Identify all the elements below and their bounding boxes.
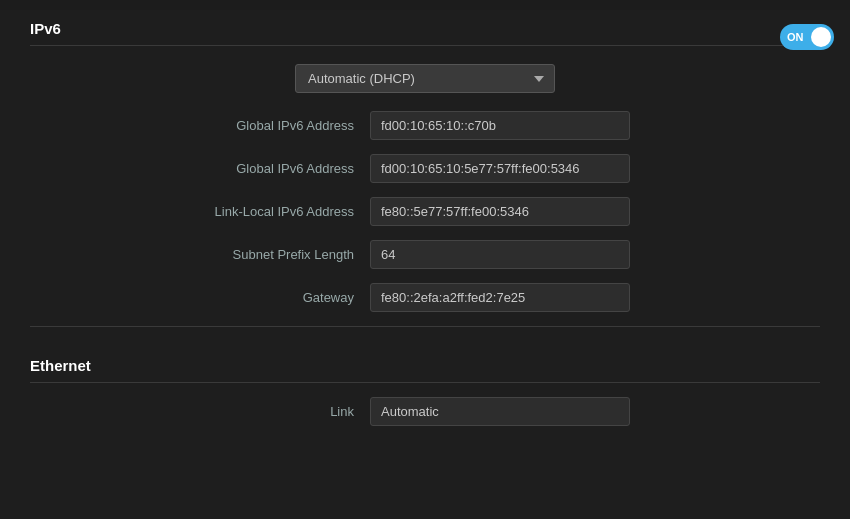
toggle-knob xyxy=(811,27,831,47)
section-divider xyxy=(30,326,820,327)
subnet-prefix-value: 64 xyxy=(370,240,630,269)
global-ipv6-label-1: Global IPv6 Address xyxy=(30,118,370,133)
link-local-ipv6-row: Link-Local IPv6 Address fe80::5e77:57ff:… xyxy=(30,197,820,226)
ipv6-section: IPv6 Automatic (DHCP) Manual Link-Local … xyxy=(0,10,850,312)
global-ipv6-row-2: Global IPv6 Address fd00:10:65:10:5e77:5… xyxy=(30,154,820,183)
gateway-row: Gateway fe80::2efa:a2ff:fed2:7e25 xyxy=(30,283,820,312)
subnet-prefix-row: Subnet Prefix Length 64 xyxy=(30,240,820,269)
ethernet-section-title: Ethernet xyxy=(30,347,820,383)
toggle-label: ON xyxy=(787,31,804,43)
global-ipv6-value-2: fd00:10:65:10:5e77:57ff:fe00:5346 xyxy=(370,154,630,183)
ipv6-toggle[interactable]: ON xyxy=(780,24,834,50)
page-container: ON IPv6 Automatic (DHCP) Manual Link-Loc… xyxy=(0,10,850,519)
gateway-value: fe80::2efa:a2ff:fed2:7e25 xyxy=(370,283,630,312)
link-local-ipv6-value: fe80::5e77:57ff:fe00:5346 xyxy=(370,197,630,226)
method-dropdown-row: Automatic (DHCP) Manual Link-Local Only … xyxy=(30,64,820,93)
link-label: Link xyxy=(30,404,370,419)
link-dropdown[interactable]: Automatic 100 Mb/s Full Duplex 10 Mb/s F… xyxy=(370,397,630,426)
ipv6-toggle-container: ON xyxy=(780,24,834,50)
global-ipv6-row-1: Global IPv6 Address fd00:10:65:10::c70b xyxy=(30,111,820,140)
ethernet-section: Ethernet Link Automatic 100 Mb/s Full Du… xyxy=(0,347,850,426)
ipv6-section-title: IPv6 xyxy=(30,10,820,46)
subnet-prefix-label: Subnet Prefix Length xyxy=(30,247,370,262)
global-ipv6-label-2: Global IPv6 Address xyxy=(30,161,370,176)
link-local-ipv6-label: Link-Local IPv6 Address xyxy=(30,204,370,219)
link-row: Link Automatic 100 Mb/s Full Duplex 10 M… xyxy=(30,397,820,426)
global-ipv6-value-1: fd00:10:65:10::c70b xyxy=(370,111,630,140)
method-dropdown[interactable]: Automatic (DHCP) Manual Link-Local Only … xyxy=(295,64,555,93)
gateway-label: Gateway xyxy=(30,290,370,305)
